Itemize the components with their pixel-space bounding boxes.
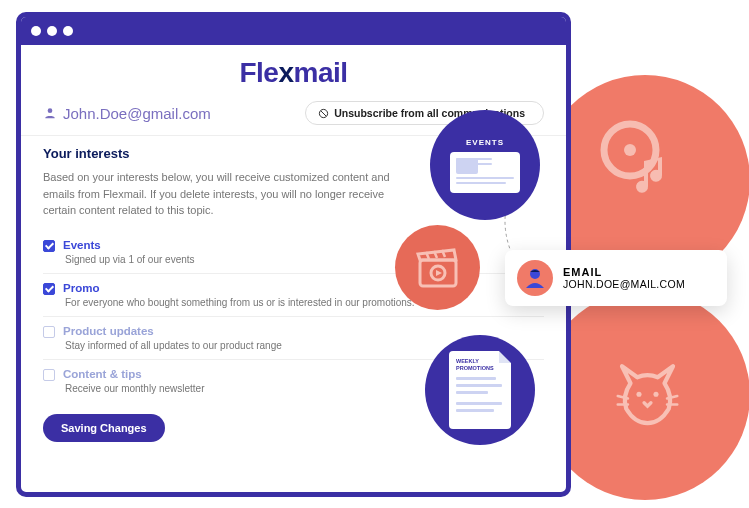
interest-desc: For everyone who bought something from u… bbox=[63, 297, 544, 308]
save-button[interactable]: Saving Changes bbox=[43, 414, 165, 442]
email-card-label: EMAIL bbox=[563, 266, 685, 278]
ban-icon bbox=[318, 108, 329, 119]
interest-checkbox-product-updates[interactable] bbox=[43, 326, 55, 338]
email-card: EMAIL JOHN.DOE@MAIL.COM bbox=[505, 250, 727, 306]
window-dot[interactable] bbox=[47, 26, 57, 36]
interest-checkbox-content-tips[interactable] bbox=[43, 369, 55, 381]
video-icon bbox=[395, 225, 480, 310]
logo: Flexmail bbox=[21, 45, 566, 95]
window-dot[interactable] bbox=[31, 26, 41, 36]
logo-part: mail bbox=[294, 57, 348, 88]
svg-point-3 bbox=[653, 392, 658, 397]
window-dot[interactable] bbox=[63, 26, 73, 36]
user-email: John.Doe@gmail.com bbox=[43, 105, 211, 122]
person-icon bbox=[43, 106, 57, 120]
weekly-tag-label: WEEKLY PROMOTIONS bbox=[456, 358, 504, 371]
email-card-value: JOHN.DOE@MAIL.COM bbox=[563, 278, 685, 290]
logo-part: x bbox=[278, 57, 293, 88]
svg-line-9 bbox=[321, 110, 327, 116]
svg-point-2 bbox=[636, 392, 641, 397]
music-disc-icon bbox=[600, 120, 680, 200]
interest-checkbox-events[interactable] bbox=[43, 240, 55, 252]
events-badge: EVENTS bbox=[430, 110, 540, 220]
events-tag-label: EVENTS bbox=[466, 138, 504, 147]
weekly-promotions-badge: WEEKLY PROMOTIONS bbox=[425, 335, 535, 445]
svg-point-1 bbox=[624, 144, 636, 156]
cat-icon bbox=[605, 345, 690, 430]
user-email-text: John.Doe@gmail.com bbox=[63, 105, 211, 122]
interests-description: Based on your interests below, you will … bbox=[43, 169, 403, 219]
avatar bbox=[517, 260, 553, 296]
weekly-doc-card: WEEKLY PROMOTIONS bbox=[449, 351, 511, 429]
logo-part: Fle bbox=[239, 57, 278, 88]
svg-point-7 bbox=[48, 108, 53, 113]
window-titlebar bbox=[21, 17, 566, 45]
events-mini-card bbox=[450, 152, 520, 193]
interest-checkbox-promo[interactable] bbox=[43, 283, 55, 295]
